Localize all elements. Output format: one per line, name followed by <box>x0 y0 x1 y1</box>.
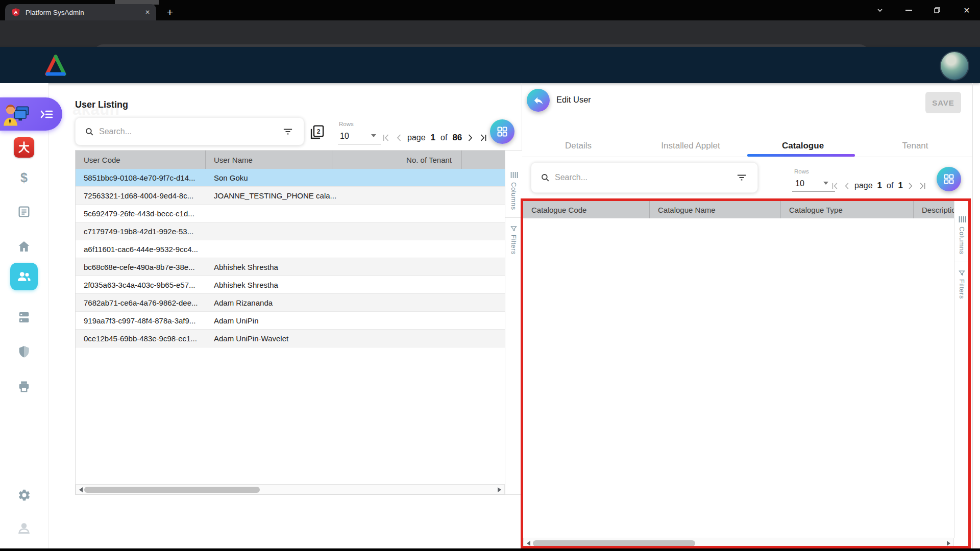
detail-title: Edit User <box>556 95 591 105</box>
table-row[interactable]: 2f035a63-3c4a-403c-9b65-e57...Abhishek S… <box>76 276 522 294</box>
page-current: 1 <box>431 133 435 143</box>
user-search-box[interactable] <box>75 117 304 145</box>
filter-funnel-icon[interactable] <box>958 269 966 277</box>
scroll-thumb[interactable] <box>533 540 695 546</box>
scroll-left-icon[interactable] <box>79 487 83 492</box>
user-table-body: 5851bbc9-0108-4e70-9f7c-d14...Son Goku 7… <box>76 169 522 347</box>
catalogue-search-input[interactable] <box>554 172 736 183</box>
cell-user-code: 5851bbc9-0108-4e70-9f7c-d14... <box>76 169 206 186</box>
sidebar-item-listing[interactable] <box>0 201 48 223</box>
columns-rail-button[interactable]: Columns <box>510 182 518 210</box>
catalogue-table-hscrollbar[interactable] <box>523 538 954 548</box>
table-row[interactable]: bc68c68e-cefe-490a-8b7e-38e...Abhishek S… <box>76 258 522 276</box>
user-search-input[interactable] <box>98 127 282 137</box>
back-arrow-icon <box>533 95 544 106</box>
scroll-thumb[interactable] <box>84 487 260 493</box>
filters-rail-button[interactable]: Filters <box>510 235 518 255</box>
window-restore-button[interactable] <box>925 0 949 20</box>
filter-sort-icon[interactable] <box>282 127 293 136</box>
next-page-icon[interactable] <box>467 134 474 142</box>
active-tab-underline <box>747 154 855 157</box>
table-row[interactable]: a6f11601-cac6-444e-9532-9cc4... <box>76 240 522 258</box>
cell-user-code: 2f035a63-3c4a-403c-9b65-e57... <box>76 276 206 293</box>
page-total: 1 <box>898 181 902 191</box>
grid-view-button[interactable] <box>937 167 961 191</box>
cell-user-name: Abhishek Shrestha <box>206 258 461 276</box>
grid-view-button[interactable] <box>490 119 514 144</box>
rail-divider <box>505 217 522 218</box>
dollar-icon: $ <box>20 170 28 185</box>
tab-installed-applet[interactable]: Installed Applet <box>634 135 747 157</box>
catalogue-search-box[interactable] <box>531 162 758 193</box>
catalogue-table-header: Catalogue Code Catalogue Name Catalogue … <box>523 201 954 218</box>
prev-page-icon[interactable] <box>844 182 850 190</box>
sidebar-item-security[interactable] <box>0 341 48 363</box>
catalogue-pagination: page 1 of 1 <box>831 178 926 193</box>
user-avatar[interactable] <box>941 52 968 80</box>
cell-user-code: a6f11601-cac6-444e-9532-9cc4... <box>76 240 206 258</box>
table-row[interactable]: 72563321-1d68-4004-9ed4-8c...JOANNE_TEST… <box>76 187 522 205</box>
window-minimize-button[interactable] <box>896 0 921 20</box>
col-no-of-tenant: No. of Tenant <box>332 151 462 169</box>
gear-icon <box>17 488 31 502</box>
tab-close-icon[interactable]: ✕ <box>143 8 152 17</box>
tab-search-chevron-icon[interactable] <box>868 0 892 20</box>
columns-bars-icon[interactable] <box>958 215 966 223</box>
new-tab-button[interactable]: + <box>162 5 178 19</box>
sidebar-item-account[interactable] <box>0 516 48 539</box>
rows-caret-icon[interactable] <box>823 182 828 185</box>
sidebar-item-bigledger[interactable] <box>0 136 48 159</box>
table-row[interactable]: c7179749-19b8-42d1-992e-53... <box>76 222 522 240</box>
page-current: 1 <box>877 181 882 191</box>
filter-sort-icon[interactable] <box>736 173 747 182</box>
cell-user-code: 919aa7f3-c997-48f4-878a-3af9... <box>76 312 206 329</box>
table-row[interactable]: 919aa7f3-c997-48f4-878a-3af9...Adam UniP… <box>76 312 522 330</box>
rows-per-page-select[interactable]: 10 <box>795 179 804 188</box>
last-page-icon[interactable] <box>918 182 926 190</box>
window-close-button[interactable]: ✕ <box>954 0 979 20</box>
sidebar-workspace-pill[interactable] <box>0 97 62 131</box>
last-page-icon[interactable] <box>479 134 487 142</box>
scroll-left-icon[interactable] <box>527 541 530 546</box>
workspace-avatar-icon <box>3 103 31 126</box>
tab-tenant[interactable]: Tenant <box>859 135 971 157</box>
list-icon <box>17 205 31 219</box>
browser-tab[interactable]: A Platform SysAdmin ✕ <box>5 4 156 20</box>
first-page-icon[interactable] <box>382 134 390 142</box>
save-button[interactable]: SAVE <box>925 92 961 113</box>
scroll-right-icon[interactable] <box>947 541 950 546</box>
filter-funnel-icon[interactable] <box>510 225 518 233</box>
table-row[interactable]: 5851bbc9-0108-4e70-9f7c-d14...Son Goku <box>76 169 522 187</box>
back-button[interactable] <box>527 89 550 112</box>
scroll-right-icon[interactable] <box>498 487 501 492</box>
columns-bars-icon[interactable] <box>510 171 518 179</box>
cell-user-code: 0ce12b45-69bb-483e-9c98-ec1... <box>76 330 206 347</box>
tab-details[interactable]: Details <box>522 135 634 157</box>
filters-rail-button[interactable]: Filters <box>958 279 966 299</box>
rows-per-page-select[interactable]: 10 <box>340 132 349 141</box>
home-icon <box>17 239 31 254</box>
catalogue-table-body-empty <box>523 218 954 538</box>
multi-page-icon[interactable]: 2 <box>308 124 326 143</box>
user-table-card: User Code User Name No. of Tenant 5851bb… <box>75 150 522 495</box>
first-page-icon[interactable] <box>831 182 839 190</box>
prev-page-icon[interactable] <box>396 134 402 142</box>
sidebar-item-billing[interactable]: $ <box>0 166 48 189</box>
user-table-hscrollbar[interactable] <box>76 484 505 494</box>
next-page-icon[interactable] <box>908 182 914 190</box>
page-word: page <box>407 133 426 142</box>
sidebar-item-users-active[interactable] <box>10 263 38 290</box>
screen-bottom-edge <box>0 548 980 551</box>
table-row[interactable]: 5c692479-26fe-443d-becc-c1d... <box>76 205 522 222</box>
table-row[interactable]: 7682ab71-ce6a-4a76-9862-dee...Adam Rizan… <box>76 294 522 312</box>
sidebar-item-dns[interactable] <box>0 306 48 329</box>
tab-catalogue[interactable]: Catalogue <box>747 135 859 157</box>
sidebar-item-print[interactable] <box>0 375 48 398</box>
table-row[interactable]: 0ce12b45-69bb-483e-9c98-ec1...Adam UniPi… <box>76 330 522 347</box>
rows-caret-icon[interactable] <box>371 134 376 137</box>
sidebar-item-home[interactable] <box>0 235 48 258</box>
sidebar-toggle-icon[interactable] <box>40 109 53 120</box>
columns-rail-button[interactable]: Columns <box>958 227 966 255</box>
sidebar-item-settings[interactable] <box>0 484 48 506</box>
page-scroll-track[interactable] <box>972 83 973 548</box>
